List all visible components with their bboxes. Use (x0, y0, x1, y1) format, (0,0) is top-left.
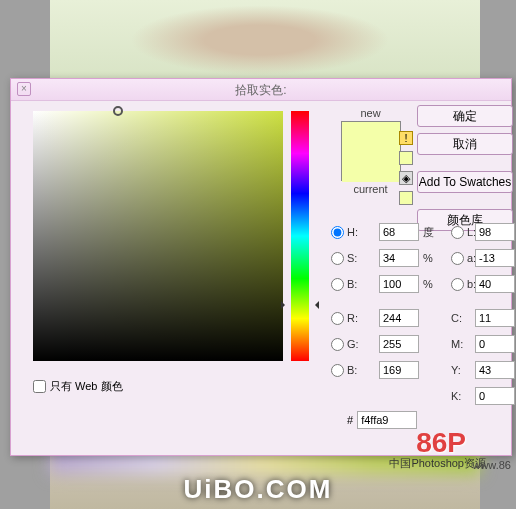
color-field-marker[interactable] (113, 106, 123, 116)
y-label: Y: (451, 364, 475, 376)
y-row: Y: % (451, 357, 516, 383)
color-field[interactable] (33, 111, 283, 361)
k-row: K: % (451, 383, 516, 409)
a-row: a: (451, 245, 516, 271)
color-picker-dialog: × 拾取实色: new current ! ◈ 确定 取消 Add To S (10, 78, 512, 456)
web-only-checkbox-row: 只有 Web 颜色 (33, 379, 123, 394)
cancel-button[interactable]: 取消 (417, 133, 513, 155)
websafe-warning-icon[interactable]: ◈ (399, 171, 413, 185)
s-row: S: % (331, 245, 439, 271)
hex-row: # (347, 411, 417, 429)
b-hsb-row: B: % (331, 271, 439, 297)
ok-button[interactable]: 确定 (417, 105, 513, 127)
g-radio[interactable] (331, 338, 344, 351)
h-radio-label[interactable]: H: (331, 226, 379, 239)
c-row: C: % (451, 305, 516, 331)
b-hsb-radio-label[interactable]: B: (331, 278, 379, 291)
c-label: C: (451, 312, 475, 324)
r-radio-label[interactable]: R: (331, 312, 379, 325)
b-rgb-input[interactable] (379, 361, 419, 379)
r-row: R: (331, 305, 439, 331)
c-input[interactable] (475, 309, 515, 327)
l-radio[interactable] (451, 226, 464, 239)
y-input[interactable] (475, 361, 515, 379)
g-radio-label[interactable]: G: (331, 338, 379, 351)
g-row: G: (331, 331, 439, 357)
hsb-rgb-fields: H: 度 S: % B: % R: G: (331, 219, 439, 383)
h-unit: 度 (423, 225, 439, 240)
close-icon[interactable]: × (17, 82, 31, 96)
hex-label: # (347, 414, 353, 426)
dialog-title: 拾取实色: (235, 83, 286, 97)
b-hsb-input[interactable] (379, 275, 419, 293)
k-input[interactable] (475, 387, 515, 405)
color-preview: new current (333, 107, 408, 195)
footer-watermark: UiBO.COM (0, 474, 516, 505)
s-radio-label[interactable]: S: (331, 252, 379, 265)
b-lab-row: b: (451, 271, 516, 297)
r-radio[interactable] (331, 312, 344, 325)
hue-slider[interactable] (291, 111, 309, 361)
m-input[interactable] (475, 335, 515, 353)
g-input[interactable] (379, 335, 419, 353)
lab-cmyk-fields: L: a: b: C: % M: % Y: (451, 219, 516, 409)
button-column: 确定 取消 Add To Swatches 颜色库 (417, 105, 513, 237)
warning-icons: ! ◈ (399, 131, 415, 211)
new-label: new (333, 107, 408, 119)
web-only-label: 只有 Web 颜色 (50, 379, 123, 394)
h-input[interactable] (379, 223, 419, 241)
m-label: M: (451, 338, 475, 350)
s-input[interactable] (379, 249, 419, 267)
b-rgb-radio[interactable] (331, 364, 344, 377)
a-input[interactable] (475, 249, 515, 267)
current-label: current (333, 183, 408, 195)
s-unit: % (423, 252, 439, 264)
k-label: K: (451, 390, 475, 402)
add-swatch-button[interactable]: Add To Swatches (417, 171, 513, 193)
b-rgb-radio-label[interactable]: B: (331, 364, 379, 377)
b-lab-radio-label[interactable]: b: (451, 278, 475, 291)
b-hsb-radio[interactable] (331, 278, 344, 291)
l-row: L: (451, 219, 516, 245)
l-radio-label[interactable]: L: (451, 226, 475, 239)
watermark-site: www.86 (472, 459, 511, 471)
s-radio[interactable] (331, 252, 344, 265)
dialog-body: new current ! ◈ 确定 取消 Add To Swatches 颜色… (11, 101, 511, 457)
a-radio[interactable] (451, 252, 464, 265)
h-row: H: 度 (331, 219, 439, 245)
preview-new-color[interactable] (342, 122, 400, 152)
hex-input[interactable] (357, 411, 417, 429)
gamut-color-icon[interactable] (399, 151, 413, 165)
b-hsb-unit: % (423, 278, 439, 290)
watermark-logo: 86P (416, 427, 466, 459)
m-row: M: % (451, 331, 516, 357)
a-radio-label[interactable]: a: (451, 252, 475, 265)
web-only-checkbox[interactable] (33, 380, 46, 393)
b-lab-input[interactable] (475, 275, 515, 293)
hue-slider-thumb[interactable] (285, 301, 315, 309)
h-radio[interactable] (331, 226, 344, 239)
l-input[interactable] (475, 223, 515, 241)
websafe-color-icon[interactable] (399, 191, 413, 205)
preview-box (341, 121, 401, 181)
dialog-titlebar[interactable]: × 拾取实色: (11, 79, 511, 101)
b-lab-radio[interactable] (451, 278, 464, 291)
gamut-warning-icon[interactable]: ! (399, 131, 413, 145)
b-rgb-row: B: (331, 357, 439, 383)
preview-current-color[interactable] (342, 152, 400, 182)
r-input[interactable] (379, 309, 419, 327)
